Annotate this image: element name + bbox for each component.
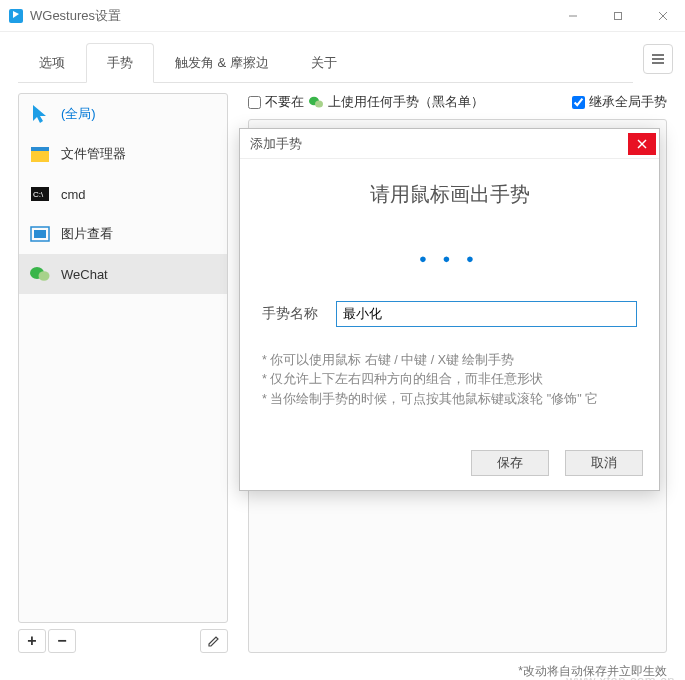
hint-line: * 仅允许上下左右四种方向的组合，而非任意形状 (262, 370, 637, 389)
sidebar-item-label: WeChat (61, 267, 108, 282)
blacklist-checkbox-input[interactable] (248, 96, 261, 109)
gesture-name-label: 手势名称 (262, 305, 322, 323)
close-button[interactable] (640, 0, 685, 32)
gesture-name-input[interactable] (336, 301, 637, 327)
cancel-button[interactable]: 取消 (565, 450, 643, 476)
hamburger-menu-button[interactable] (643, 44, 673, 74)
app-sidebar: (全局) 文件管理器 C:\ cmd 图片查看 WeChat + − (18, 93, 228, 653)
svg-point-16 (39, 271, 50, 281)
wechat-icon (308, 94, 324, 110)
tab-about[interactable]: 关于 (290, 43, 358, 83)
svg-rect-14 (34, 230, 46, 238)
sidebar-item-label: 图片查看 (61, 225, 113, 243)
sidebar-item-file-manager[interactable]: 文件管理器 (19, 134, 227, 174)
dialog-close-button[interactable] (628, 133, 656, 155)
image-viewer-icon (29, 223, 51, 245)
sidebar-item-label: 文件管理器 (61, 145, 126, 163)
sidebar-item-label: cmd (61, 187, 86, 202)
folder-icon (29, 143, 51, 165)
tab-options[interactable]: 选项 (18, 43, 86, 83)
window-title: WGestures设置 (30, 7, 550, 25)
sidebar-item-label: (全局) (61, 105, 96, 123)
edit-app-button[interactable] (200, 629, 228, 653)
maximize-button[interactable] (595, 0, 640, 32)
sidebar-item-image-viewer[interactable]: 图片查看 (19, 214, 227, 254)
tab-triggers[interactable]: 触发角 & 摩擦边 (154, 43, 290, 83)
svg-rect-10 (31, 147, 49, 151)
inherit-checkbox[interactable]: 继承全局手势 (572, 93, 667, 111)
svg-marker-8 (33, 105, 46, 123)
cursor-icon (29, 103, 51, 125)
tab-gestures[interactable]: 手势 (86, 43, 154, 83)
watermark: www.xfan.com.cn (566, 673, 675, 680)
svg-rect-9 (31, 150, 49, 162)
blacklist-label-pre: 不要在 (265, 93, 304, 111)
hint-line: * 你可以使用鼠标 右键 / 中键 / X键 绘制手势 (262, 351, 637, 370)
add-gesture-dialog: 添加手势 请用鼠标画出手势 ● ● ● 手势名称 * 你可以使用鼠标 右键 / … (239, 128, 660, 491)
sidebar-item-cmd[interactable]: C:\ cmd (19, 174, 227, 214)
inherit-label: 继承全局手势 (589, 93, 667, 111)
minimize-button[interactable] (550, 0, 595, 32)
app-list: (全局) 文件管理器 C:\ cmd 图片查看 WeChat (18, 93, 228, 623)
add-app-button[interactable]: + (18, 629, 46, 653)
gesture-preview[interactable]: ● ● ● (262, 236, 637, 281)
save-button[interactable]: 保存 (471, 450, 549, 476)
wechat-icon (29, 263, 51, 285)
inherit-checkbox-input[interactable] (572, 96, 585, 109)
svg-rect-2 (614, 12, 621, 19)
dialog-title: 添加手势 (250, 135, 628, 153)
tab-bar: 选项 手势 触发角 & 摩擦边 关于 (18, 42, 633, 83)
app-icon (8, 8, 24, 24)
dialog-hints: * 你可以使用鼠标 右键 / 中键 / X键 绘制手势 * 仅允许上下左右四种方… (262, 351, 637, 409)
sidebar-item-global[interactable]: (全局) (19, 94, 227, 134)
svg-text:C:\: C:\ (33, 190, 44, 199)
terminal-icon: C:\ (29, 183, 51, 205)
sidebar-item-wechat[interactable]: WeChat (19, 254, 227, 294)
title-bar: WGestures设置 (0, 0, 685, 32)
dialog-heading: 请用鼠标画出手势 (262, 181, 637, 208)
svg-point-18 (315, 101, 323, 108)
blacklist-label-post: 上使用任何手势（黑名单） (328, 93, 484, 111)
remove-app-button[interactable]: − (48, 629, 76, 653)
hint-line: * 当你绘制手势的时候，可点按其他鼠标键或滚轮 "修饰" 它 (262, 390, 637, 409)
blacklist-checkbox[interactable]: 不要在 上使用任何手势（黑名单） (248, 93, 484, 111)
